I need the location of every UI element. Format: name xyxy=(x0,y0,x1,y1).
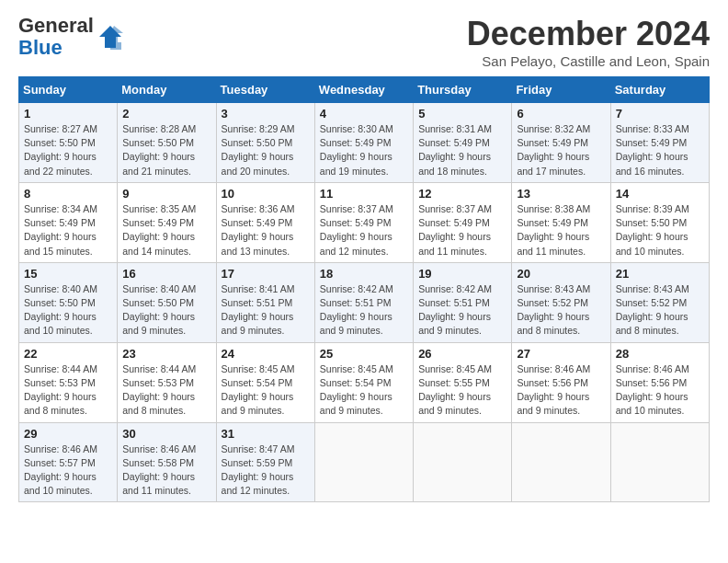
weekday-header: Friday xyxy=(512,77,610,103)
sunset: Sunset: 5:50 PM xyxy=(616,217,688,228)
day-detail: Sunrise: 8:46 AM Sunset: 5:56 PM Dayligh… xyxy=(616,362,704,419)
sunrise: Sunrise: 8:43 AM xyxy=(616,283,689,294)
calendar-cell: 15 Sunrise: 8:40 AM Sunset: 5:50 PM Dayl… xyxy=(19,262,118,342)
location-subtitle: San Pelayo, Castille and Leon, Spain xyxy=(467,53,710,69)
weekday-header: Thursday xyxy=(414,77,512,103)
calendar-cell: 1 Sunrise: 8:27 AM Sunset: 5:50 PM Dayli… xyxy=(19,103,118,183)
sunrise: Sunrise: 8:27 AM xyxy=(24,123,97,134)
daylight: Daylight: 9 hours and 15 minutes. xyxy=(24,231,97,256)
sunrise: Sunrise: 8:37 AM xyxy=(418,203,492,214)
day-detail: Sunrise: 8:37 AM Sunset: 5:49 PM Dayligh… xyxy=(320,202,408,259)
day-number: 14 xyxy=(616,187,704,201)
sunrise: Sunrise: 8:29 AM xyxy=(222,123,295,134)
day-detail: Sunrise: 8:45 AM Sunset: 5:54 PM Dayligh… xyxy=(222,362,310,419)
calendar-cell: 20 Sunrise: 8:43 AM Sunset: 5:52 PM Dayl… xyxy=(512,262,610,342)
daylight: Daylight: 9 hours and 8 minutes. xyxy=(122,391,195,416)
sunset: Sunset: 5:53 PM xyxy=(24,377,96,388)
month-title: December 2024 xyxy=(467,15,710,53)
sunrise: Sunrise: 8:46 AM xyxy=(616,363,689,374)
sunrise: Sunrise: 8:34 AM xyxy=(24,203,97,214)
daylight: Daylight: 9 hours and 9 minutes. xyxy=(418,391,491,416)
page-header: GeneralBlue December 2024 San Pelayo, Ca… xyxy=(18,15,710,69)
sunset: Sunset: 5:50 PM xyxy=(24,297,96,308)
day-detail: Sunrise: 8:36 AM Sunset: 5:49 PM Dayligh… xyxy=(222,202,310,259)
sunrise: Sunrise: 8:45 AM xyxy=(418,363,492,374)
sunset: Sunset: 5:58 PM xyxy=(122,457,194,468)
sunrise: Sunrise: 8:39 AM xyxy=(616,203,689,214)
daylight: Daylight: 9 hours and 10 minutes. xyxy=(616,391,688,416)
weekday-header: Wednesday xyxy=(314,77,413,103)
daylight: Daylight: 9 hours and 8 minutes. xyxy=(616,311,688,336)
day-number: 7 xyxy=(616,107,704,121)
sunset: Sunset: 5:49 PM xyxy=(616,137,688,148)
sunrise: Sunrise: 8:46 AM xyxy=(517,363,590,374)
day-number: 1 xyxy=(24,107,112,121)
day-number: 26 xyxy=(418,347,506,361)
sunset: Sunset: 5:59 PM xyxy=(222,457,293,468)
daylight: Daylight: 9 hours and 20 minutes. xyxy=(222,151,294,176)
calendar-header-row: SundayMondayTuesdayWednesdayThursdayFrid… xyxy=(19,77,710,103)
daylight: Daylight: 9 hours and 16 minutes. xyxy=(616,151,688,176)
calendar-cell: 8 Sunrise: 8:34 AM Sunset: 5:49 PM Dayli… xyxy=(19,182,118,262)
day-detail: Sunrise: 8:45 AM Sunset: 5:54 PM Dayligh… xyxy=(320,362,408,419)
daylight: Daylight: 9 hours and 10 minutes. xyxy=(24,311,97,336)
sunrise: Sunrise: 8:47 AM xyxy=(222,443,295,454)
day-detail: Sunrise: 8:46 AM Sunset: 5:58 PM Dayligh… xyxy=(122,442,210,499)
day-detail: Sunrise: 8:35 AM Sunset: 5:49 PM Dayligh… xyxy=(122,202,210,259)
day-number: 31 xyxy=(222,427,310,441)
sunrise: Sunrise: 8:41 AM xyxy=(222,283,295,294)
calendar-cell: 3 Sunrise: 8:29 AM Sunset: 5:50 PM Dayli… xyxy=(216,103,314,183)
calendar-week-row: 22 Sunrise: 8:44 AM Sunset: 5:53 PM Dayl… xyxy=(19,342,710,422)
day-detail: Sunrise: 8:42 AM Sunset: 5:51 PM Dayligh… xyxy=(418,282,506,339)
calendar-cell: 24 Sunrise: 8:45 AM Sunset: 5:54 PM Dayl… xyxy=(216,342,314,422)
daylight: Daylight: 9 hours and 9 minutes. xyxy=(222,311,294,336)
day-detail: Sunrise: 8:31 AM Sunset: 5:49 PM Dayligh… xyxy=(418,122,506,178)
daylight: Daylight: 9 hours and 21 minutes. xyxy=(122,151,195,176)
sunrise: Sunrise: 8:36 AM xyxy=(222,203,295,214)
daylight: Daylight: 9 hours and 13 minutes. xyxy=(222,231,294,256)
daylight: Daylight: 9 hours and 9 minutes. xyxy=(122,311,195,336)
daylight: Daylight: 9 hours and 9 minutes. xyxy=(517,391,589,416)
day-number: 21 xyxy=(616,267,704,281)
day-number: 23 xyxy=(122,347,210,361)
day-detail: Sunrise: 8:33 AM Sunset: 5:49 PM Dayligh… xyxy=(616,122,704,178)
day-number: 28 xyxy=(616,347,704,361)
logo-text: GeneralBlue xyxy=(18,15,94,59)
day-detail: Sunrise: 8:40 AM Sunset: 5:50 PM Dayligh… xyxy=(24,282,112,339)
daylight: Daylight: 9 hours and 14 minutes. xyxy=(122,231,195,256)
daylight: Daylight: 9 hours and 11 minutes. xyxy=(517,231,589,256)
sunset: Sunset: 5:54 PM xyxy=(222,377,293,388)
daylight: Daylight: 9 hours and 10 minutes. xyxy=(616,231,688,256)
daylight: Daylight: 9 hours and 9 minutes. xyxy=(320,311,392,336)
sunrise: Sunrise: 8:46 AM xyxy=(24,443,97,454)
sunset: Sunset: 5:51 PM xyxy=(222,297,293,308)
day-number: 27 xyxy=(517,347,605,361)
daylight: Daylight: 9 hours and 8 minutes. xyxy=(517,311,589,336)
sunset: Sunset: 5:55 PM xyxy=(418,377,490,388)
sunset: Sunset: 5:56 PM xyxy=(616,377,688,388)
calendar-cell: 23 Sunrise: 8:44 AM Sunset: 5:53 PM Dayl… xyxy=(118,342,216,422)
sunrise: Sunrise: 8:40 AM xyxy=(24,283,97,294)
sunrise: Sunrise: 8:28 AM xyxy=(122,123,196,134)
calendar-cell: 13 Sunrise: 8:38 AM Sunset: 5:49 PM Dayl… xyxy=(512,182,610,262)
daylight: Daylight: 9 hours and 11 minutes. xyxy=(418,231,491,256)
day-number: 25 xyxy=(320,347,408,361)
sunrise: Sunrise: 8:44 AM xyxy=(24,363,97,374)
day-number: 24 xyxy=(222,347,310,361)
calendar-cell: 18 Sunrise: 8:42 AM Sunset: 5:51 PM Dayl… xyxy=(314,262,413,342)
sunset: Sunset: 5:49 PM xyxy=(222,217,293,228)
day-number: 15 xyxy=(24,267,112,281)
title-block: December 2024 San Pelayo, Castille and L… xyxy=(467,15,710,69)
sunset: Sunset: 5:53 PM xyxy=(122,377,194,388)
day-detail: Sunrise: 8:44 AM Sunset: 5:53 PM Dayligh… xyxy=(122,362,210,419)
calendar-cell: 10 Sunrise: 8:36 AM Sunset: 5:49 PM Dayl… xyxy=(216,182,314,262)
calendar-cell: 19 Sunrise: 8:42 AM Sunset: 5:51 PM Dayl… xyxy=(414,262,512,342)
weekday-header: Tuesday xyxy=(216,77,314,103)
day-number: 17 xyxy=(222,267,310,281)
sunset: Sunset: 5:54 PM xyxy=(320,377,392,388)
day-number: 29 xyxy=(24,427,112,441)
calendar-cell: 27 Sunrise: 8:46 AM Sunset: 5:56 PM Dayl… xyxy=(512,342,610,422)
calendar-cell: 14 Sunrise: 8:39 AM Sunset: 5:50 PM Dayl… xyxy=(610,182,709,262)
calendar-cell: 7 Sunrise: 8:33 AM Sunset: 5:49 PM Dayli… xyxy=(610,103,709,183)
sunset: Sunset: 5:51 PM xyxy=(320,297,392,308)
